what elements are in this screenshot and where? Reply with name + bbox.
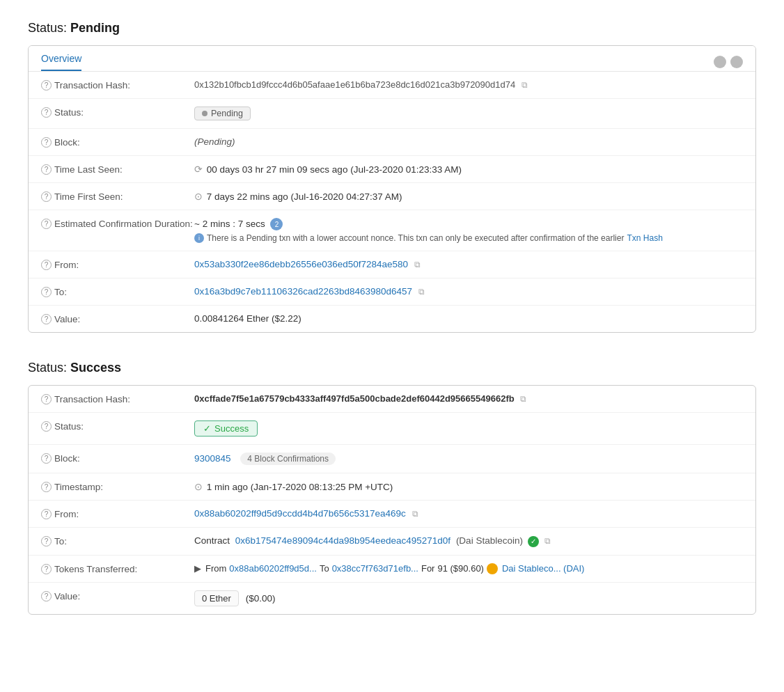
block-number-link[interactable]: 9300845 [194,453,231,464]
arrow-icon: ▶ [194,563,201,574]
tab-circle-1 [714,56,726,68]
txn-hash-link[interactable]: Txn Hash [627,233,662,243]
help-icon[interactable]: ? [41,536,52,546]
success-value-value: 0 Ether ($0.00) [194,590,743,606]
success-from-link[interactable]: 0x88ab60202ff9d5d9ccdd4b4d7b656c5317ea46… [194,508,406,519]
pending-section-title: Status: Pending [28,21,756,36]
help-icon[interactable]: ? [41,107,52,118]
help-icon[interactable]: ? [41,80,52,91]
help-icon[interactable]: ? [41,137,52,148]
pending-from-copy-icon[interactable]: ⧉ [414,260,421,269]
info-circle-icon: i [194,233,204,243]
pending-from-link[interactable]: 0x53ab330f2ee86debb26556e036ed50f7284ae5… [194,259,408,269]
clock-icon: ⟳ [194,164,203,175]
help-icon[interactable]: ? [41,314,52,324]
success-status-value: ✓ Success [194,420,743,437]
success-tokens-transferred-value: ▶ From 0x88ab60202ff9d5d... To 0x38cc7f7… [194,563,743,574]
pending-time-first-seen-value: ⊙ 7 days 22 mins ago (Jul-16-2020 04:27:… [194,191,743,202]
pending-est-confirmation-label: ? Estimated Confirmation Duration: [41,218,194,229]
help-icon[interactable]: ? [41,394,52,404]
pending-to-copy-icon[interactable]: ⧉ [418,287,425,297]
confirmation-note: i There is a Pending txn with a lower ac… [194,233,743,243]
token-name-link[interactable]: Dai Stableco... (DAI) [502,563,585,574]
success-value-label: ? Value: [41,590,194,601]
success-tokens-transferred-row: ? Tokens Transferred: ▶ From 0x88ab60202… [29,556,755,583]
pending-time-last-seen-value: ⟳ 00 days 03 hr 27 min 09 secs ago (Jul-… [194,164,743,175]
tab-circle-2 [730,56,743,68]
help-icon[interactable]: ? [41,287,52,297]
success-from-copy-icon[interactable]: ⧉ [412,509,418,519]
success-to-label: ? To: [41,535,194,546]
help-icon[interactable]: ? [41,591,52,601]
success-tx-hash-label: ? Transaction Hash: [41,393,194,404]
pending-tx-hash-row: ? Transaction Hash: 0x132b10fbcb1d9fccc4… [29,72,755,99]
pending-est-confirmation-row: ? Estimated Confirmation Duration: ~ 2 m… [29,210,755,251]
success-block-label: ? Block: [41,453,194,464]
success-card: ? Transaction Hash: 0xcffade7f5e1a67579c… [28,385,756,615]
help-icon[interactable]: ? [41,219,52,229]
help-icon[interactable]: ? [41,191,52,202]
help-icon[interactable]: ? [41,421,52,432]
pending-block-row: ? Block: (Pending) [29,129,755,156]
block-confirmations-badge: 4 Block Confirmations [240,453,336,465]
pending-badge: Pending [194,107,251,120]
pending-time-first-seen-label: ? Time First Seen: [41,191,194,202]
success-from-value: 0x88ab60202ff9d5d9ccdd4b4d7b656c5317ea46… [194,508,743,519]
pending-block-value: (Pending) [194,136,743,147]
success-block-row: ? Block: 9300845 4 Block Confirmations [29,445,755,473]
success-from-label: ? From: [41,508,194,519]
clock-icon: ⊙ [194,191,203,202]
help-icon[interactable]: ? [41,482,52,492]
success-block-value: 9300845 4 Block Confirmations [194,453,743,465]
tab-icons [714,56,743,68]
pending-tx-hash-value: 0x132b10fbcb1d9fccc4d6b05afaae1e61b6ba72… [194,79,743,90]
pending-status-row: ? Status: Pending [29,99,755,129]
success-tx-hash-row: ? Transaction Hash: 0xcffade7f5e1a67579c… [29,386,755,413]
success-badge: ✓ Success [194,420,258,437]
success-status-label: ? Status: [41,420,194,432]
pending-status-value: Pending [194,107,743,120]
contract-verified-icon: ✓ [528,536,539,547]
pending-time-last-seen-row: ? Time Last Seen: ⟳ 00 days 03 hr 27 min… [29,156,755,183]
success-to-copy-icon[interactable]: ⧉ [544,536,551,546]
help-icon[interactable]: ? [41,564,52,574]
pending-block-label: ? Block: [41,136,194,148]
value-box: 0 Ether [194,590,239,606]
pending-time-last-seen-label: ? Time Last Seen: [41,164,194,175]
token-to-link[interactable]: 0x38cc7f763d71efb... [332,563,418,574]
success-timestamp-row: ? Timestamp: ⊙ 1 min ago (Jan-17-2020 08… [29,473,755,501]
pending-value-row: ? Value: 0.00841264 Ether ($2.22) [29,306,755,332]
clock-icon: ⊙ [194,482,203,492]
pending-from-label: ? From: [41,259,194,270]
pending-to-value: 0x16a3bd9c7eb11106326cad2263bd8463980d64… [194,286,743,297]
pending-value-value: 0.00841264 Ether ($2.22) [194,313,743,324]
pending-tab-bar: Overview [29,46,755,72]
contract-address-link[interactable]: 0x6b175474e89094c44da98b954eedeac495271d… [235,535,450,546]
overview-tab[interactable]: Overview [41,53,81,71]
pending-est-confirmation-value: ~ 2 mins : 7 secs 2 i There is a Pending… [194,218,743,243]
success-to-row: ? To: Contract 0x6b175474e89094c44da98b9… [29,528,755,556]
pending-to-link[interactable]: 0x16a3bd9c7eb11106326cad2263bd8463980d64… [194,286,412,297]
token-from-link[interactable]: 0x88ab60202ff9d5d... [229,563,317,574]
success-from-row: ? From: 0x88ab60202ff9d5d9ccdd4b4d7b656c… [29,501,755,528]
check-icon: ✓ [203,423,211,434]
pending-value-label: ? Value: [41,313,194,324]
success-to-value: Contract 0x6b175474e89094c44da98b954eede… [194,535,743,547]
pending-tx-hash-label: ? Transaction Hash: [41,79,194,91]
help-icon[interactable]: ? [41,164,52,175]
success-tokens-transferred-label: ? Tokens Transferred: [41,563,194,574]
help-icon[interactable]: ? [41,453,52,464]
success-tx-hash-copy-icon[interactable]: ⧉ [520,394,526,404]
confirmation-details: ~ 2 mins : 7 secs 2 i There is a Pending… [194,218,743,243]
pending-from-value: 0x53ab330f2ee86debb26556e036ed50f7284ae5… [194,259,743,269]
token-transfer-details: ▶ From 0x88ab60202ff9d5d... To 0x38cc7f7… [194,563,743,574]
pending-dot [202,111,207,116]
help-icon[interactable]: ? [41,509,52,519]
pending-tx-hash-copy-icon[interactable]: ⧉ [522,80,528,90]
pending-status-label: ? Status: [41,107,194,118]
dai-token-icon [487,563,498,574]
success-value-row: ? Value: 0 Ether ($0.00) [29,583,755,614]
success-timestamp-value: ⊙ 1 min ago (Jan-17-2020 08:13:25 PM +UT… [194,481,743,492]
help-icon[interactable]: ? [41,260,52,270]
pending-to-row: ? To: 0x16a3bd9c7eb11106326cad2263bd8463… [29,278,755,306]
